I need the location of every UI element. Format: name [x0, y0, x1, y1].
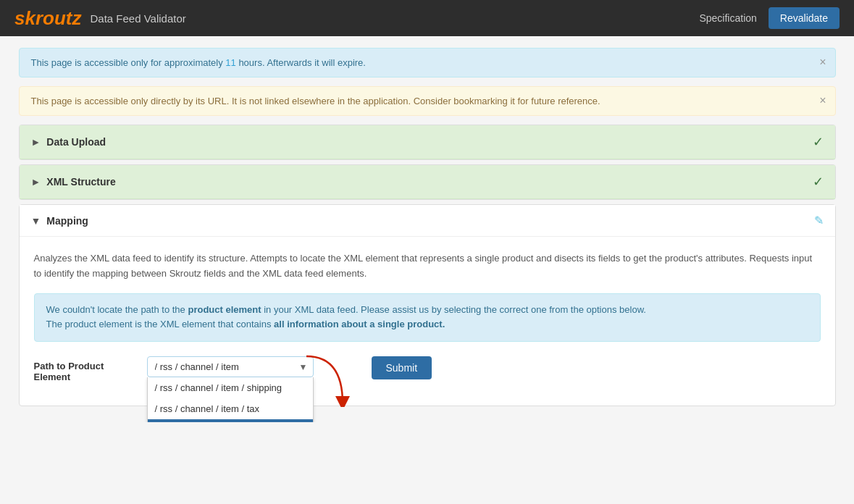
alert-warning-text: This page is accessible only directly by…	[31, 96, 600, 106]
info-newline: The product element is the XML element t…	[46, 319, 275, 329]
alert-info-close[interactable]: ×	[819, 56, 826, 69]
panel-mapping-title: ▼ Mapping	[31, 215, 88, 227]
chevron-right-icon-2: ►	[31, 176, 41, 188]
alert-info-text-before: This page is accessible only for approxi…	[31, 57, 226, 68]
panel-data-upload: ► Data Upload ✓	[19, 125, 836, 160]
form-label: Path to Product Element	[34, 356, 135, 382]
panel-xml-structure-header[interactable]: ► XML Structure ✓	[20, 165, 835, 199]
specification-link[interactable]: Specification	[699, 12, 756, 24]
check-icon: ✓	[813, 134, 824, 150]
info-bold-1: product element	[188, 304, 261, 315]
chevron-right-icon: ►	[31, 136, 41, 148]
dropdown-item-shipping[interactable]: / rss / channel / item / shipping	[148, 377, 313, 398]
main-content: This page is accessible only for approxi…	[7, 36, 847, 422]
path-select[interactable]: / rss / channel / item / shipping / rss …	[147, 356, 314, 377]
form-row: Path to Product Element / rss / channel …	[34, 356, 821, 382]
chevron-down-icon: ▼	[31, 215, 41, 227]
header-right: Specification Revalidate	[699, 7, 840, 29]
submit-button[interactable]: Submit	[372, 356, 432, 379]
panel-mapping-header[interactable]: ▼ Mapping ✎	[20, 205, 835, 237]
info-text-middle: in your XML data feed. Please assist us …	[261, 304, 646, 315]
select-wrapper: / rss / channel / item / shipping / rss …	[147, 356, 314, 377]
revalidate-button[interactable]: Revalidate	[769, 7, 840, 29]
mapping-description: Analyzes the XML data feed to identify i…	[34, 251, 821, 282]
info-bold-2: all information about a single product.	[274, 319, 445, 329]
alert-info-text-after: hours. Afterwards it will expire.	[236, 57, 366, 68]
panel-mapping-label: Mapping	[46, 215, 88, 227]
info-text-before: We couldn't locate the path to the	[46, 304, 188, 315]
panel-data-upload-header[interactable]: ► Data Upload ✓	[20, 125, 835, 159]
input-submit-row: / rss / channel / item / shipping / rss …	[147, 356, 432, 379]
app-title: Data Feed Validator	[90, 12, 185, 25]
select-container: / rss / channel / item / shipping / rss …	[147, 356, 314, 377]
logo: skroutz	[14, 7, 81, 30]
alert-warning-close[interactable]: ×	[819, 94, 826, 107]
alert-warning: This page is accessible only directly by…	[19, 86, 836, 116]
mapping-info-box: We couldn't locate the path to the produ…	[34, 293, 821, 343]
panel-mapping: ▼ Mapping ✎ Analyzes the XML data feed t…	[19, 204, 836, 406]
alert-info-highlight: 11	[225, 57, 235, 68]
alert-info: This page is accessible only for approxi…	[19, 48, 836, 77]
panel-xml-structure-label: XML Structure	[46, 176, 115, 188]
panel-xml-structure-title: ► XML Structure	[31, 176, 116, 188]
dropdown-item-tax[interactable]: / rss / channel / item / tax	[148, 398, 313, 419]
panel-data-upload-title: ► Data Upload	[31, 136, 106, 148]
panel-data-upload-label: Data Upload	[46, 136, 106, 148]
dropdown-list: / rss / channel / item / shipping / rss …	[147, 377, 314, 422]
dropdown-item-item[interactable]: / rss / channel / item	[148, 419, 313, 422]
panel-xml-structure: ► XML Structure ✓	[19, 164, 836, 200]
edit-icon: ✎	[814, 214, 824, 227]
header: skroutz Data Feed Validator Specificatio…	[0, 0, 854, 36]
panel-mapping-body: Analyzes the XML data feed to identify i…	[20, 237, 835, 406]
check-icon-2: ✓	[813, 174, 824, 190]
header-left: skroutz Data Feed Validator	[14, 7, 186, 30]
